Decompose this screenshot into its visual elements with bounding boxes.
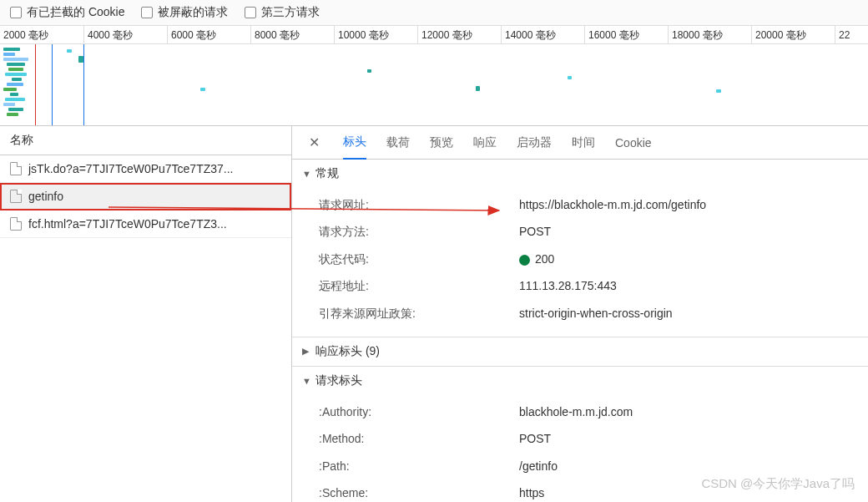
checkbox-icon (141, 7, 153, 18)
timeline-bar (7, 63, 25, 66)
kv-value: https (519, 484, 868, 502)
timeline-bar (8, 108, 23, 111)
timeline-bar (568, 76, 572, 79)
timeline-bar (3, 58, 28, 61)
section-request-headers-content: :Authority: blackhole-m.m.jd.com :Method… (292, 395, 868, 502)
timeline-bar (476, 86, 480, 91)
close-icon[interactable]: ✕ (305, 131, 323, 154)
tab-headers[interactable]: 标头 (343, 126, 366, 160)
filter-bar: 有已拦截的 Cookie 被屏蔽的请求 第三方请求 (0, 0, 868, 26)
timeline-bar (3, 88, 17, 91)
timeline-bar (3, 53, 15, 56)
file-icon (10, 190, 22, 203)
triangle-down-icon: ▼ (302, 169, 312, 179)
triangle-down-icon: ▼ (302, 376, 312, 386)
kv-key: 引荐来源网址政策: (319, 304, 519, 322)
kv-row: 请求方法: POST (292, 218, 868, 245)
timeline-bar (7, 113, 18, 116)
section-response-headers: ▶ 响应标头 (9) (292, 337, 868, 367)
request-list: jsTk.do?a=7TJI7TceW0Pu7Tce7TZ37... getin… (0, 155, 291, 502)
timeline-tick: 4000 毫秒 (83, 26, 167, 43)
file-icon (10, 162, 22, 175)
timeline-tick: 22 (835, 26, 868, 43)
timeline-tick: 16000 毫秒 (584, 26, 668, 43)
timeline-marker-load (35, 44, 36, 126)
kv-value: 200 (519, 250, 868, 268)
request-name: fcf.html?a=7TJI7TceW0Pu7Tce7TZ3... (28, 217, 227, 231)
request-name: jsTk.do?a=7TJI7TceW0Pu7Tce7TZ37... (28, 162, 234, 175)
timeline-bar (7, 83, 23, 86)
timeline-overview[interactable]: 2000 毫秒 4000 毫秒 6000 毫秒 8000 毫秒 10000 毫秒… (0, 26, 868, 126)
kv-value: strict-origin-when-cross-origin (519, 304, 868, 322)
kv-value: https://blackhole-m.m.jd.com/getinfo (519, 195, 868, 214)
timeline-tick: 20000 毫秒 (751, 26, 835, 43)
section-response-headers-header[interactable]: ▶ 响应标头 (9) (292, 337, 868, 366)
file-icon (10, 217, 22, 231)
timeline-bar (8, 68, 23, 71)
timeline-tick: 12000 毫秒 (417, 26, 501, 43)
triangle-right-icon: ▶ (302, 346, 312, 357)
detail-tabs: ✕ 标头 载荷 预览 响应 启动器 时间 Cookie (292, 126, 868, 160)
tab-payload[interactable]: 载荷 (386, 127, 410, 159)
timeline-bar (5, 98, 25, 101)
timeline-bar (12, 78, 22, 81)
timeline-tick: 6000 毫秒 (167, 26, 250, 43)
tab-preview[interactable]: 预览 (430, 127, 453, 159)
tab-initiator[interactable]: 启动器 (517, 127, 552, 159)
tab-response[interactable]: 响应 (473, 127, 497, 159)
request-list-panel: 名称 jsTk.do?a=7TJI7TceW0Pu7Tce7TZ37... ge… (0, 126, 292, 502)
timeline-tick: 14000 毫秒 (501, 26, 584, 43)
status-dot-icon (519, 255, 530, 266)
section-title-text: 响应标头 (9) (315, 344, 380, 359)
kv-value: blackhole-m.m.jd.com (519, 403, 868, 421)
timeline-tick: 8000 毫秒 (250, 26, 334, 43)
kv-key: :Authority: (319, 403, 519, 421)
timeline-tick: 10000 毫秒 (334, 26, 417, 43)
detail-panel: ✕ 标头 载荷 预览 响应 启动器 时间 Cookie ▼ 常规 请求网址: h (292, 126, 868, 502)
kv-key: :Path: (319, 457, 519, 475)
detail-body: ▼ 常规 请求网址: https://blackhole-m.m.jd.com/… (292, 160, 868, 502)
main-panel: 名称 jsTk.do?a=7TJI7TceW0Pu7Tce7TZ37... ge… (0, 126, 868, 502)
request-name: getinfo (28, 190, 63, 203)
kv-row: :Method: POST (292, 425, 868, 452)
filter-blocked-cookies[interactable]: 有已拦截的 Cookie (10, 5, 124, 20)
tab-cookies[interactable]: Cookie (615, 128, 652, 158)
request-row[interactable]: fcf.html?a=7TJI7TceW0Pu7Tce7TZ3... (0, 210, 291, 238)
tab-timing[interactable]: 时间 (572, 127, 595, 159)
kv-row: 远程地址: 111.13.28.175:443 (292, 272, 868, 299)
kv-row: :Authority: blackhole-m.m.jd.com (292, 398, 868, 425)
section-general: ▼ 常规 请求网址: https://blackhole-m.m.jd.com/… (292, 160, 868, 337)
name-column-header[interactable]: 名称 (0, 126, 291, 155)
kv-key: 请求网址: (319, 195, 519, 214)
section-request-headers: ▼ 请求标头 :Authority: blackhole-m.m.jd.com … (292, 367, 868, 502)
timeline-bar (10, 93, 18, 96)
timeline-tick: 18000 毫秒 (668, 26, 751, 43)
timeline-marker (83, 44, 84, 126)
request-row[interactable]: jsTk.do?a=7TJI7TceW0Pu7Tce7TZ37... (0, 155, 291, 183)
section-general-header[interactable]: ▼ 常规 (292, 160, 868, 188)
timeline-bar (716, 89, 721, 93)
kv-key: :Scheme: (319, 484, 519, 502)
timeline-bar (200, 88, 205, 91)
timeline-bar (3, 48, 20, 51)
kv-key: 远程地址: (319, 276, 519, 295)
kv-key: 状态代码: (319, 250, 519, 268)
kv-value: POST (519, 429, 868, 448)
kv-value: /getinfo (519, 457, 868, 475)
filter-third-party[interactable]: 第三方请求 (245, 5, 320, 20)
filter-blocked-requests[interactable]: 被屏蔽的请求 (141, 5, 228, 20)
section-request-headers-header[interactable]: ▼ 请求标头 (292, 367, 868, 395)
timeline-body (0, 44, 868, 126)
timeline-tick: 2000 毫秒 (0, 26, 83, 43)
kv-value: POST (519, 222, 868, 241)
request-row[interactable]: getinfo (0, 183, 291, 210)
timeline-bar (367, 69, 371, 73)
timeline-bar (78, 56, 83, 63)
kv-row: :Path: /getinfo (292, 453, 868, 479)
kv-row: 请求网址: https://blackhole-m.m.jd.com/getin… (292, 191, 868, 218)
timeline-bar (5, 73, 27, 76)
checkbox-icon (245, 7, 256, 18)
section-title-text: 请求标头 (315, 373, 362, 388)
timeline-marker-dom (52, 44, 53, 126)
checkbox-icon (10, 7, 22, 18)
